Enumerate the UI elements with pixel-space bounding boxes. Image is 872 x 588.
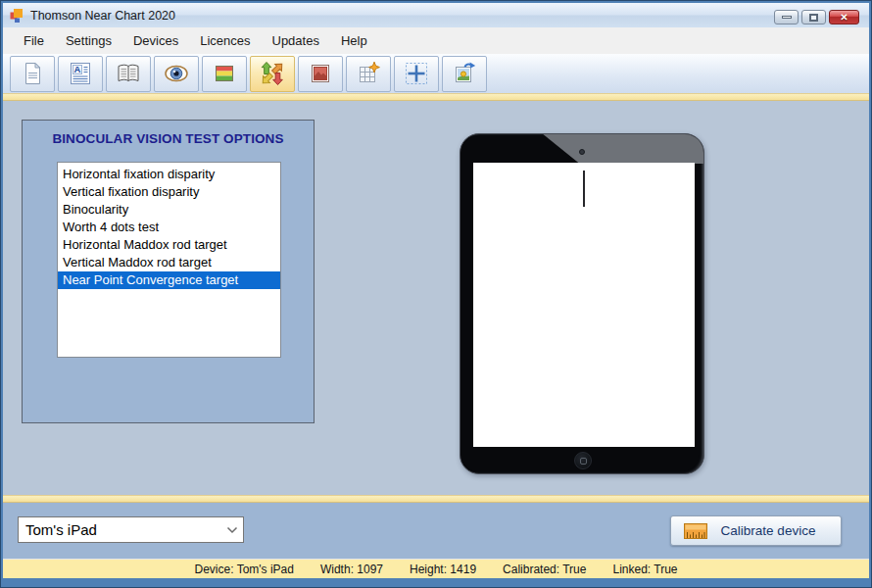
close-icon: ✕ [840, 13, 848, 23]
menu-file[interactable]: File [13, 29, 55, 52]
menu-settings[interactable]: Settings [55, 29, 122, 52]
toolbar: A [3, 54, 869, 93]
title-bar: Thomson Near Chart 2020 ✕ [3, 3, 869, 27]
menu-devices[interactable]: Devices [122, 29, 189, 52]
eye-icon [164, 61, 189, 86]
list-item-worth-4-dots[interactable]: Worth 4 dots test [58, 219, 280, 236]
crosshair-icon [404, 61, 429, 86]
ipad-preview [460, 133, 704, 474]
menu-updates[interactable]: Updates [262, 29, 330, 52]
picture-icon [308, 61, 333, 86]
ipad-home-button-icon [574, 452, 592, 469]
toolbar-button-document[interactable] [10, 56, 55, 92]
separator-band-bottom [3, 495, 869, 503]
binocular-test-options-panel: BINOCULAR VISION TEST OPTIONS Horizontal… [22, 120, 315, 423]
calibrate-device-button[interactable]: Calibrate device [670, 515, 842, 546]
menu-help[interactable]: Help [330, 29, 378, 52]
close-button[interactable]: ✕ [829, 10, 859, 24]
toolbar-button-crosshair[interactable] [394, 56, 439, 92]
text-page-icon: A [68, 61, 93, 86]
toolbar-button-duochrome[interactable] [202, 56, 247, 92]
list-item-horizontal-maddox[interactable]: Horizontal Maddox rod target [58, 236, 280, 254]
list-item-binocularity[interactable]: Binocularity [58, 201, 280, 219]
chevron-down-icon [221, 526, 243, 534]
list-item-vertical-maddox[interactable]: Vertical Maddox rod target [58, 254, 280, 271]
document-icon [20, 61, 45, 86]
resize-arrows-icon [260, 61, 285, 86]
toolbar-button-resize-arrows[interactable] [250, 56, 295, 92]
device-bar: Tom's iPad Calibrate device [3, 503, 869, 559]
export-image-icon [452, 61, 477, 86]
list-item-near-point-convergence[interactable]: Near Point Convergence target [58, 271, 280, 289]
convergence-target-line [583, 171, 585, 207]
device-select-dropdown[interactable]: Tom's iPad [18, 516, 244, 543]
main-area: BINOCULAR VISION TEST OPTIONS Horizontal… [3, 101, 869, 495]
toolbar-button-eye[interactable] [154, 56, 199, 92]
ipad-screen [473, 163, 695, 447]
minimize-button[interactable] [774, 10, 799, 24]
menu-bar: File Settings Devices Licences Updates H… [3, 27, 869, 54]
window-title: Thomson Near Chart 2020 [30, 9, 175, 23]
ruler-icon [684, 523, 707, 539]
status-calibrated: Calibrated: True [503, 563, 586, 576]
open-book-icon [116, 61, 141, 86]
toolbar-button-text[interactable]: A [58, 56, 103, 92]
maximize-icon [809, 14, 818, 22]
device-select-value: Tom's iPad [25, 521, 221, 538]
toolbar-button-grid[interactable] [346, 56, 391, 92]
toolbar-button-book[interactable] [106, 56, 151, 92]
separator-band-top [3, 93, 869, 101]
grid-star-icon [356, 61, 381, 86]
duochrome-icon [212, 61, 237, 86]
menu-licences[interactable]: Licences [189, 29, 261, 52]
test-options-listbox[interactable]: Horizontal fixation disparity Vertical f… [57, 162, 281, 358]
status-device: Device: Tom's iPad [195, 563, 294, 576]
ipad-camera-icon [579, 149, 585, 155]
minimize-icon [782, 16, 792, 19]
maximize-button[interactable] [801, 10, 826, 24]
status-bar: Device: Tom's iPad Width: 1097 Height: 1… [3, 559, 869, 578]
list-item-vertical-fixation-disparity[interactable]: Vertical fixation disparity [58, 183, 280, 201]
status-linked: Linked: True [612, 563, 677, 576]
toolbar-button-export-image[interactable] [442, 56, 487, 92]
status-width: Width: 1097 [320, 563, 383, 576]
status-height: Height: 1419 [410, 563, 476, 576]
calibrate-device-label: Calibrate device [707, 523, 841, 538]
app-window: Thomson Near Chart 2020 ✕ File Settings … [0, 0, 872, 588]
toolbar-button-picture[interactable] [298, 56, 343, 92]
list-item-horizontal-fixation-disparity[interactable]: Horizontal fixation disparity [58, 166, 280, 183]
svg-text:A: A [74, 64, 81, 74]
app-logo-icon [9, 8, 24, 24]
panel-title: BINOCULAR VISION TEST OPTIONS [23, 131, 314, 146]
